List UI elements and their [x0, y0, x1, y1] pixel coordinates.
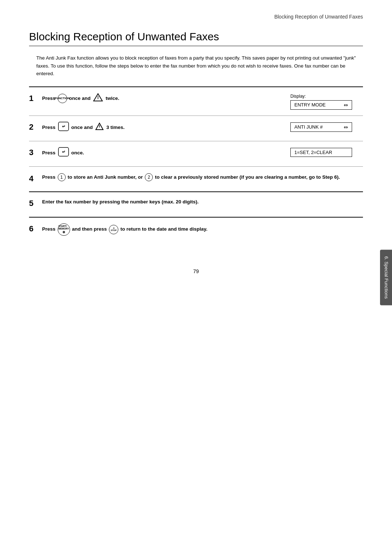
step-6-number: 6 — [29, 223, 42, 234]
enter-button-icon-3: ↵ — [58, 147, 69, 159]
step-2-content: Press ↵ once and — [42, 122, 290, 134]
step-3-row: 3 Press ↵ once. 1=SET, 2=CLEAR — [29, 141, 363, 167]
step-1-row: 1 Press FUNCTION once and twice. — [29, 87, 363, 116]
page-number: 79 — [0, 258, 392, 285]
step-2-number: 2 — [29, 122, 42, 132]
stop-button-icon: ⊗ STOP — [109, 225, 118, 234]
step-5-content: Enter the fax number by pressing the num… — [42, 198, 363, 206]
num-1-button-icon: 1 — [58, 173, 66, 181]
num-2-button-icon: 2 — [145, 173, 153, 181]
start-memory-button-icon: START/MEMORY ⊕ — [58, 223, 70, 236]
sidebar-tab[interactable]: 6. Special Functions — [380, 250, 392, 305]
steps-container: 1 Press FUNCTION once and twice. — [29, 86, 363, 243]
step-2-row: 2 Press ↵ once and — [29, 116, 363, 141]
step-2-display: ANTI JUNK # ⇔ — [290, 122, 363, 132]
enter-button-icon-2: ↵ — [58, 122, 69, 134]
main-content: Blocking Reception of Unwanted Faxes The… — [0, 23, 392, 258]
up-arrow-small-icon — [95, 122, 104, 133]
display-label-1: Display: — [290, 94, 306, 99]
step-1-number: 1 — [29, 93, 42, 103]
step-1-display: Display: ENTRY MODE ⇔ — [290, 93, 363, 110]
step-5-row: 5 Enter the fax number by pressing the n… — [29, 192, 363, 218]
step-4-number: 4 — [29, 173, 42, 183]
step-3-content: Press ↵ once. — [42, 147, 290, 159]
display-arrow-2: ⇔ — [344, 124, 348, 130]
display-box-2: ANTI JUNK # ⇔ — [290, 122, 352, 132]
step-6-row: 6 Press START/MEMORY ⊕ and then press ⊗ … — [29, 218, 363, 243]
svg-text:↵: ↵ — [62, 124, 65, 129]
sidebar-tab-label: 6. Special Functions — [384, 256, 389, 299]
step-6-content: Press START/MEMORY ⊕ and then press ⊗ ST… — [42, 223, 363, 236]
intro-paragraph: The Anti Junk Fax function allows you to… — [36, 54, 363, 78]
step-5-number: 5 — [29, 198, 42, 208]
up-arrow-icon — [93, 93, 103, 104]
svg-text:↵: ↵ — [62, 150, 65, 154]
step-3-display: 1=SET, 2=CLEAR — [290, 147, 363, 157]
display-box-1: ENTRY MODE ⇔ — [290, 100, 352, 110]
display-text-2: ANTI JUNK # — [294, 124, 323, 130]
page-header: Blocking Reception of Unwanted Faxes — [0, 0, 392, 23]
step-3-number: 3 — [29, 147, 42, 157]
display-text-3: 1=SET, 2=CLEAR — [294, 150, 332, 155]
display-arrow-1: ⇔ — [344, 102, 348, 108]
display-text-1: ENTRY MODE — [294, 102, 326, 108]
header-text: Blocking Reception of Unwanted Faxes — [274, 14, 363, 20]
function-button-icon: FUNCTION — [58, 94, 67, 103]
display-box-3: 1=SET, 2=CLEAR — [290, 148, 352, 157]
step-4-row: 4 Press 1 to store an Anti Junk number, … — [29, 167, 363, 192]
step-4-content: Press 1 to store an Anti Junk number, or… — [42, 173, 340, 182]
page-title: Blocking Reception of Unwanted Faxes — [29, 31, 363, 46]
step-1-content: Press FUNCTION once and twice. — [42, 93, 290, 104]
